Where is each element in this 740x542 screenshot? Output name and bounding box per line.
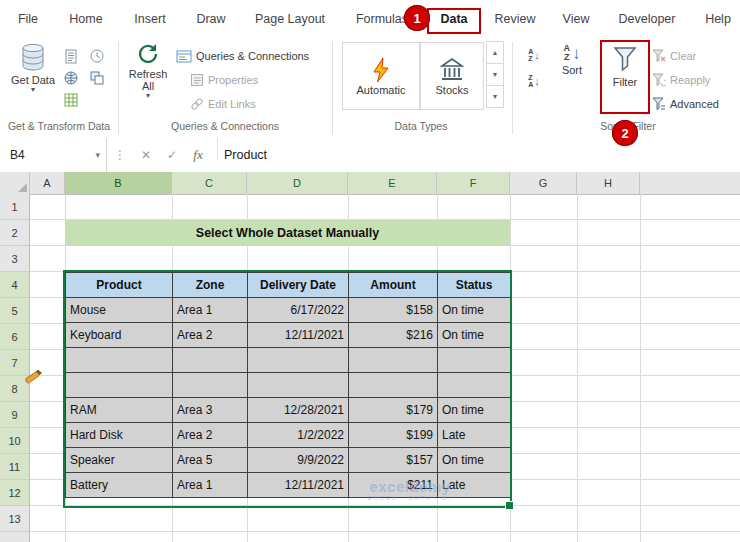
existing-connections-button[interactable] (90, 68, 104, 88)
cancel-icon[interactable]: ✕ (133, 148, 159, 162)
from-table-range-button[interactable] (64, 90, 78, 110)
tab-formulas[interactable]: Formulas (352, 0, 412, 38)
row-header-13[interactable]: 13 (0, 506, 29, 532)
col-header-g[interactable]: G (510, 172, 577, 194)
tab-insert[interactable]: Insert (128, 0, 172, 38)
cell[interactable]: 12/11/2021 (248, 473, 349, 498)
cell[interactable]: Area 3 (173, 398, 248, 423)
row-header-6[interactable]: 6 (0, 324, 29, 350)
select-all-corner[interactable] (0, 172, 30, 194)
cell[interactable]: Battery (66, 473, 173, 498)
row-header-2[interactable]: 2 (0, 220, 29, 246)
cell[interactable]: $216 (349, 323, 438, 348)
cell[interactable]: On time (438, 398, 511, 423)
edit-links-button[interactable]: Edit Links (190, 94, 256, 114)
row-header-12[interactable]: 12 (0, 480, 29, 506)
name-box[interactable]: B4 ▾ (0, 138, 107, 172)
col-header-b[interactable]: B (65, 172, 172, 194)
cell[interactable]: $158 (349, 298, 438, 323)
cell[interactable] (349, 373, 438, 398)
from-web-button[interactable] (64, 68, 78, 88)
cell[interactable]: $179 (349, 398, 438, 423)
cell[interactable]: Area 1 (173, 473, 248, 498)
cell[interactable]: $157 (349, 448, 438, 473)
gallery-down-button[interactable]: ▼ (486, 63, 504, 86)
get-data-button[interactable]: Get Data ▾ (6, 42, 60, 94)
col-header-e[interactable]: E (348, 172, 437, 194)
cell[interactable]: Late (438, 423, 511, 448)
queries-connections-button[interactable]: Queries & Connections (176, 46, 309, 66)
data-type-stocks[interactable]: Stocks (420, 42, 484, 110)
cell[interactable] (173, 348, 248, 373)
filter-button[interactable]: Filter (602, 44, 648, 88)
header-cell-delivery-date[interactable]: Delivery Date (248, 273, 349, 298)
tab-page-layout[interactable]: Page Layout (250, 0, 330, 38)
cell[interactable] (248, 373, 349, 398)
cell[interactable]: 6/17/2022 (248, 298, 349, 323)
tab-draw[interactable]: Draw (193, 0, 229, 38)
insert-function-icon[interactable]: fx (185, 147, 211, 163)
sort-descending-button[interactable]: ZA ↓ (520, 70, 548, 92)
properties-button[interactable]: Properties (190, 70, 258, 90)
tab-review[interactable]: Review (491, 0, 539, 38)
col-header-h[interactable]: H (577, 172, 640, 194)
cell[interactable]: 12/28/2021 (248, 398, 349, 423)
header-cell-zone[interactable]: Zone (173, 273, 248, 298)
recent-sources-button[interactable] (90, 46, 104, 66)
cell[interactable]: $211 (349, 473, 438, 498)
col-header-f[interactable]: F (437, 172, 510, 194)
cell[interactable] (66, 348, 173, 373)
cell[interactable]: Area 5 (173, 448, 248, 473)
row-header-3[interactable]: 3 (0, 246, 29, 272)
cell[interactable] (66, 373, 173, 398)
row-header-5[interactable]: 5 (0, 298, 29, 324)
row-header-11[interactable]: 11 (0, 454, 29, 480)
row-header-10[interactable]: 10 (0, 428, 29, 454)
cell[interactable]: Speaker (66, 448, 173, 473)
cell[interactable] (173, 373, 248, 398)
tab-file[interactable]: File (10, 0, 46, 38)
sort-button[interactable]: AZ ↓ Sort (550, 44, 594, 76)
cell[interactable] (438, 348, 511, 373)
row-header-9[interactable]: 9 (0, 402, 29, 428)
cell[interactable]: Mouse (66, 298, 173, 323)
header-cell-amount[interactable]: Amount (349, 273, 438, 298)
name-box-dropdown-icon[interactable]: ▾ (95, 150, 106, 160)
gallery-more-button[interactable]: ▼ (486, 85, 504, 108)
cell[interactable]: Area 1 (173, 298, 248, 323)
cell[interactable]: 9/9/2022 (248, 448, 349, 473)
title-cell[interactable]: Select Whole Dataset Manually (65, 220, 510, 246)
col-header-d[interactable]: D (247, 172, 348, 194)
cell[interactable]: On time (438, 448, 511, 473)
header-cell-product[interactable]: Product (66, 273, 173, 298)
reapply-filter-button[interactable]: Reapply (652, 70, 710, 90)
tab-data[interactable]: Data (437, 0, 471, 38)
formula-bar-splitter-icon[interactable]: ⋮ (107, 148, 133, 162)
tab-home[interactable]: Home (66, 0, 106, 38)
cell[interactable] (438, 373, 511, 398)
tab-view[interactable]: View (560, 0, 592, 38)
cell[interactable]: Area 2 (173, 323, 248, 348)
row-header-1[interactable]: 1 (0, 194, 29, 220)
cell[interactable]: 1/2/2022 (248, 423, 349, 448)
cell[interactable]: Keyboard (66, 323, 173, 348)
cell[interactable]: 12/11/2021 (248, 323, 349, 348)
cell[interactable]: On time (438, 323, 511, 348)
from-text-csv-button[interactable] (64, 46, 78, 66)
advanced-filter-button[interactable]: Advanced (652, 94, 719, 114)
header-cell-status[interactable]: Status (438, 273, 511, 298)
col-header-c[interactable]: C (172, 172, 247, 194)
cell[interactable] (248, 348, 349, 373)
clear-filter-button[interactable]: Clear (652, 46, 696, 66)
refresh-all-button[interactable]: Refresh All ▾ (122, 42, 174, 100)
formula-input[interactable]: Product (224, 138, 740, 172)
cell[interactable]: Hard Disk (66, 423, 173, 448)
row-header-4[interactable]: 4 (0, 272, 29, 298)
cell[interactable]: RAM (66, 398, 173, 423)
cell[interactable] (349, 348, 438, 373)
col-header-a[interactable]: A (30, 172, 65, 194)
cell[interactable]: $199 (349, 423, 438, 448)
cell[interactable]: On time (438, 298, 511, 323)
cell[interactable]: Area 2 (173, 423, 248, 448)
tab-help[interactable]: Help (702, 0, 734, 38)
